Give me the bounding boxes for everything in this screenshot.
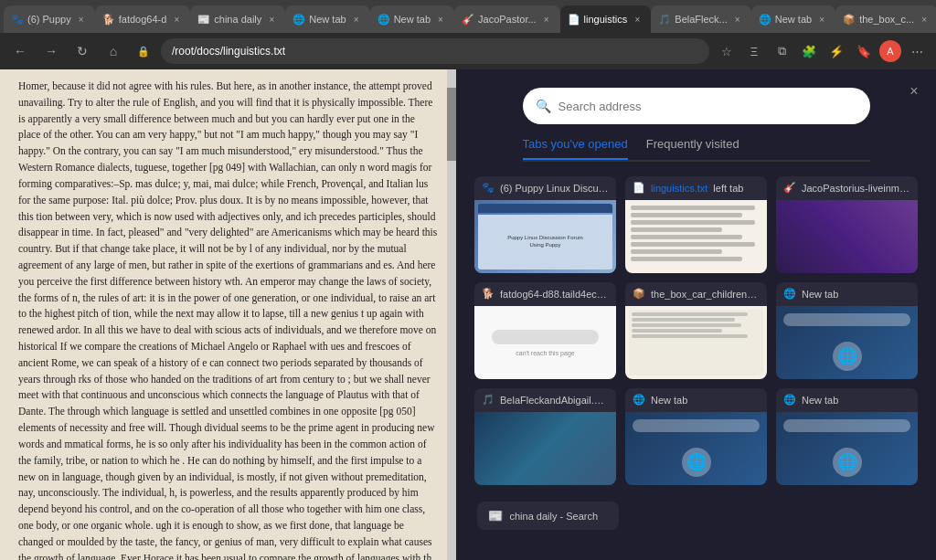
thumbnail-grid: 🐾 (6) Puppy Linux Discussi... Puppy Linu…	[474, 176, 918, 485]
thumb-title-linguistics: linguistics.txt	[651, 183, 707, 194]
tab-boxcar[interactable]: 📦 the_box_c... ×	[835, 5, 936, 33]
thumb-title-bela: BelaFleckandAbigail.mp4	[500, 395, 609, 406]
thumb-card-jaco[interactable]: 🎸 JacoPastorius-liveinmont...	[776, 176, 918, 273]
thumb-card-boxcar[interactable]: 📦 the_box_car_children19...	[625, 282, 767, 379]
thumb-card-newtab1[interactable]: 🌐 New tab 🌐	[776, 282, 918, 379]
tab-close-new1[interactable]: ×	[350, 13, 363, 26]
thumb-favicon-newtab1: 🌐	[783, 288, 796, 301]
thumb-favicon-linguistics: 📄	[633, 182, 645, 195]
thumb-favicon-boxcar: 📦	[633, 288, 645, 301]
doc-text: Homer, because it did not agree with his…	[0, 69, 456, 560]
star-icon[interactable]: ☆	[715, 39, 739, 63]
doc-pane: Homer, because it did not agree with his…	[0, 69, 456, 560]
tab-close-jaco[interactable]: ×	[540, 13, 553, 26]
tab-label-linguistics: linguistics	[584, 14, 628, 25]
split-icon[interactable]: ⧉	[770, 39, 793, 63]
lock-icon: 🔒	[137, 46, 150, 58]
thumb-favicon-puppy: 🐾	[482, 182, 495, 195]
tab-label-china: china daily	[214, 14, 261, 25]
thumb-title-boxcar: the_box_car_children19...	[651, 289, 760, 300]
tab-favicon-puppy: 🐾	[11, 13, 24, 26]
tab-bar: 🐾 (6) Puppy × 🐕 fatdog64-d × 📰 china dai…	[0, 0, 936, 33]
thumb-card-linguistics[interactable]: 📄 linguistics.txt left tab	[625, 176, 767, 273]
tab-close-bela[interactable]: ×	[731, 13, 744, 26]
new-tab-scroll: 🔍 Tabs you've opened Frequently visited …	[474, 88, 918, 530]
tab-close-china[interactable]: ×	[265, 13, 278, 26]
new-tab-panel: × 🔍 Tabs you've opened Frequently visite…	[456, 69, 936, 560]
back-button[interactable]: ←	[7, 38, 33, 64]
tab-new2[interactable]: 🌐 New tab ×	[370, 5, 454, 33]
thumb-card-bela[interactable]: 🎵 BelaFleckandAbigail.mp4	[474, 388, 616, 485]
tab-jaco[interactable]: 🎸 JacoPastor... ×	[454, 5, 560, 33]
tab-fatdog[interactable]: 🐕 fatdog64-d ×	[95, 5, 191, 33]
tab-favicon-new1: 🌐	[292, 13, 305, 26]
reload-button[interactable]: ↻	[69, 38, 95, 64]
tab-favicon-new3: 🌐	[759, 13, 771, 26]
tab-close-new3[interactable]: ×	[815, 13, 828, 26]
security-icon-wrap: 🔒	[132, 46, 155, 58]
tab-label-fatdog: fatdog64-d	[119, 14, 167, 25]
tab-bela[interactable]: 🎵 BelaFleck... ×	[651, 5, 750, 33]
search-input[interactable]	[558, 100, 857, 113]
tab-new3[interactable]: 🌐 New tab ×	[751, 5, 835, 33]
tab-favicon-fatdog: 🐕	[102, 13, 115, 26]
tab-close-puppy[interactable]: ×	[75, 13, 88, 26]
left-tab-badge: left tab	[713, 183, 743, 194]
search-icon: 🔍	[536, 99, 551, 113]
tab-new1[interactable]: 🌐 New tab ×	[285, 5, 369, 33]
tab-close-linguistics[interactable]: ×	[631, 13, 644, 26]
tab-favicon-jaco: 🎸	[462, 13, 474, 26]
avatar[interactable]: A	[879, 40, 901, 62]
home-button[interactable]: ⌂	[101, 38, 126, 64]
ext2-icon[interactable]: ⚡	[824, 39, 848, 63]
address-bar-row: ← → ↻ ⌂ 🔒 ☆ Ξ ⧉ 🧩 ⚡ 🔖 A ⋯	[0, 33, 936, 69]
more-icon[interactable]: ⋯	[905, 39, 929, 63]
tab-close-fatdog[interactable]: ×	[170, 13, 183, 26]
thumb-image-newtab1: 🌐	[776, 306, 918, 379]
tab-favicon-new2: 🌐	[378, 13, 390, 26]
tab-linguistics[interactable]: 📄 linguistics ×	[560, 5, 652, 33]
china-daily-label: china daily - Search	[510, 511, 599, 522]
forward-button[interactable]: →	[38, 38, 64, 64]
tab-label-bela: BelaFleck...	[675, 14, 727, 25]
main-content: Homer, because it did not agree with his…	[0, 69, 936, 560]
nt-tab-frequent[interactable]: Frequently visited	[646, 137, 739, 160]
thumb-title-puppy: (6) Puppy Linux Discussi...	[500, 183, 609, 194]
thumb-title-newtab3: New tab	[802, 395, 838, 406]
read-icon[interactable]: Ξ	[742, 39, 766, 63]
thumb-card-newtab3[interactable]: 🌐 New tab 🌐	[776, 388, 918, 485]
tab-close-boxcar[interactable]: ×	[918, 13, 931, 26]
ext3-icon[interactable]: 🔖	[852, 39, 876, 63]
thumb-image-newtab2: 🌐	[625, 412, 767, 485]
thumb-favicon-newtab3: 🌐	[783, 394, 796, 407]
ext1-icon[interactable]: 🧩	[797, 39, 821, 63]
china-daily-favicon: 📰	[488, 509, 503, 523]
scrollbar[interactable]	[447, 69, 456, 560]
tab-close-new2[interactable]: ×	[434, 13, 447, 26]
tab-label-new1: New tab	[309, 14, 346, 25]
thumb-favicon-jaco: 🎸	[783, 182, 796, 195]
thumb-favicon-fatdog: 🐕	[482, 288, 495, 301]
tab-label-new3: New tab	[775, 14, 812, 25]
thumb-image-linguistics	[625, 200, 767, 273]
thumb-title-jaco: JacoPastorius-liveinmont...	[802, 183, 910, 194]
thumb-card-newtab2[interactable]: 🌐 New tab 🌐	[625, 388, 767, 485]
nt-tab-opened[interactable]: Tabs you've opened	[523, 137, 628, 160]
tab-china[interactable]: 📰 china daily ×	[190, 5, 285, 33]
thumb-card-fatdog[interactable]: 🐕 fatdog64-d88.taild4ecf9... can't reach…	[474, 282, 616, 379]
search-box[interactable]: 🔍	[523, 88, 870, 124]
scrollbar-thumb[interactable]	[447, 88, 456, 161]
tab-label-puppy: (6) Puppy	[27, 14, 71, 25]
nt-tab-switcher: Tabs you've opened Frequently visited	[523, 137, 870, 162]
tab-favicon-china: 📰	[197, 13, 210, 26]
thumb-card-puppy[interactable]: 🐾 (6) Puppy Linux Discussi... Puppy Linu…	[474, 176, 616, 273]
address-input[interactable]	[161, 38, 709, 64]
china-daily-card[interactable]: 📰 china daily - Search	[477, 502, 619, 530]
thumb-title-newtab2: New tab	[651, 395, 687, 406]
tab-label-new2: New tab	[394, 14, 431, 25]
tab-puppy[interactable]: 🐾 (6) Puppy ×	[4, 5, 95, 33]
close-panel-button[interactable]: ×	[903, 80, 925, 102]
thumb-image-boxcar	[625, 306, 767, 379]
tab-label-boxcar: the_box_c...	[859, 14, 914, 25]
thumb-image-puppy: Puppy Linux Discussion ForumUsing Puppy	[474, 200, 616, 273]
